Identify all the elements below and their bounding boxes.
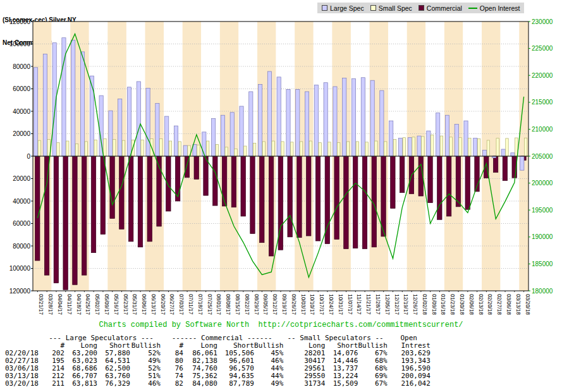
svg-text:01/23/18: 01/23/18 (449, 294, 456, 315)
row-value: 67% (358, 380, 387, 388)
svg-text:11/21/17: 11/21/17 (365, 294, 372, 315)
svg-text:12/19/17: 12/19/17 (403, 294, 409, 315)
svg-text:07/18/17: 07/18/17 (197, 294, 204, 315)
row-value: 46% (130, 380, 161, 388)
svg-text:225000: 225000 (532, 45, 553, 52)
row-value: 15,509 (325, 380, 358, 388)
svg-text:02/20/18: 02/20/18 (487, 294, 493, 315)
svg-text:09/12/17: 09/12/17 (272, 294, 278, 315)
svg-text:12/05/17: 12/05/17 (384, 294, 391, 315)
row-value: 84,080 (183, 380, 217, 388)
svg-text:11/14/17: 11/14/17 (356, 294, 362, 315)
left-axis-labels: 1200001000008000060000400002000002000040… (9, 18, 33, 295)
svg-text:09/26/17: 09/26/17 (291, 294, 297, 315)
row-value: 211 (42, 380, 64, 388)
svg-text:20000: 20000 (13, 175, 30, 182)
table-row: 03/13/1821266,70763,76051%7475,36294,635… (5, 372, 431, 380)
svg-text:40000: 40000 (13, 198, 30, 205)
svg-text:185000: 185000 (532, 260, 553, 267)
svg-text:12/12/17: 12/12/17 (394, 294, 400, 315)
svg-text:06/13/17: 06/13/17 (150, 294, 157, 315)
row-value: 63,813 (64, 380, 97, 388)
footer-note: Charts compiled by Software North http:/… (0, 321, 562, 329)
table-column-header-row: # Long Short Bullish # Long Short Bullis… (5, 342, 431, 350)
right-axis-labels: 2300002250002200002150002100002050002000… (528, 18, 553, 295)
svg-text:02/13/18: 02/13/18 (478, 294, 484, 315)
svg-text:10/31/17: 10/31/17 (338, 294, 344, 315)
svg-text:10/24/17: 10/24/17 (328, 294, 334, 315)
cot-data-table: --- Large Speculators --- ------ Commerc… (5, 334, 431, 388)
svg-text:08/15/17: 08/15/17 (235, 294, 241, 315)
cot-chart-page: (SI,comex-cec) Silver,NY Net Commitments… (0, 0, 562, 392)
table-row: 02/27/1819563,02364,53149%8082,13896,601… (5, 357, 431, 365)
table-row: 02/20/1820263,20057,88052%8486,061105,50… (5, 350, 431, 357)
svg-text:11/07/17: 11/07/17 (347, 294, 353, 315)
svg-text:12/26/17: 12/26/17 (412, 294, 418, 315)
svg-text:07/11/17: 07/11/17 (188, 294, 194, 315)
svg-text:03/21/17: 03/21/17 (38, 294, 44, 315)
svg-text:10/17/17: 10/17/17 (319, 294, 325, 315)
svg-text:06/06/17: 06/06/17 (141, 294, 147, 315)
svg-text:05/09/17: 05/09/17 (104, 294, 110, 315)
svg-text:190000: 190000 (532, 233, 553, 240)
svg-text:04/25/17: 04/25/17 (85, 294, 91, 315)
svg-text:08/08/17: 08/08/17 (225, 294, 231, 315)
row-value: 76,329 (97, 380, 130, 388)
svg-text:04/18/17: 04/18/17 (76, 294, 82, 315)
svg-text:06/27/17: 06/27/17 (169, 294, 175, 315)
table-row: 03/20/1821163,81376,32946%8284,08087,789… (5, 380, 431, 388)
cot-net-commitments-chart: 1200001000008000060000400002000002000040… (0, 0, 562, 320)
svg-text:05/02/17: 05/02/17 (94, 294, 101, 315)
svg-text:11/28/17: 11/28/17 (375, 294, 381, 315)
svg-text:180000: 180000 (532, 288, 553, 295)
svg-text:80000: 80000 (13, 63, 30, 70)
svg-text:01/09/18: 01/09/18 (431, 294, 437, 315)
svg-text:210000: 210000 (532, 126, 553, 133)
svg-text:09/05/17: 09/05/17 (262, 294, 269, 315)
svg-text:03/28/17: 03/28/17 (47, 294, 54, 315)
svg-text:03/06/18: 03/06/18 (506, 294, 512, 315)
svg-text:10/10/17: 10/10/17 (309, 294, 315, 315)
svg-text:0: 0 (27, 153, 30, 160)
svg-text:20000: 20000 (13, 130, 30, 137)
svg-text:80000: 80000 (13, 243, 30, 250)
svg-text:05/16/17: 05/16/17 (113, 294, 119, 315)
svg-text:120000: 120000 (9, 18, 31, 25)
row-date: 03/20/18 (5, 380, 42, 388)
group-header-spacer (5, 334, 42, 342)
x-axis-labels: 03/21/1703/28/1704/04/1704/11/1704/18/17… (37, 291, 530, 315)
row-value: 49% (254, 380, 283, 388)
svg-text:08/29/17: 08/29/17 (254, 294, 260, 315)
svg-text:08/01/17: 08/01/17 (216, 294, 222, 315)
svg-text:10/03/17: 10/03/17 (300, 294, 307, 315)
row-value: 31734 (283, 380, 325, 388)
table-row: 03/06/1821468,68662,50052%7674,76096,570… (5, 365, 431, 372)
svg-text:07/25/17: 07/25/17 (207, 294, 213, 315)
svg-text:220000: 220000 (532, 72, 553, 79)
svg-text:205000: 205000 (532, 153, 553, 160)
row-value: 216,042 (388, 380, 431, 388)
svg-text:100000: 100000 (9, 40, 31, 47)
svg-text:06/20/17: 06/20/17 (160, 294, 166, 315)
svg-text:100000: 100000 (9, 265, 31, 272)
svg-text:60000: 60000 (13, 220, 30, 227)
row-value: 82 (161, 380, 183, 388)
svg-text:215000: 215000 (532, 99, 553, 106)
svg-text:09/19/17: 09/19/17 (281, 294, 288, 315)
svg-text:120000: 120000 (9, 288, 31, 295)
svg-text:230000: 230000 (532, 18, 553, 25)
svg-text:60000: 60000 (13, 85, 30, 92)
svg-text:195000: 195000 (532, 207, 553, 214)
svg-text:03/13/18: 03/13/18 (515, 294, 522, 315)
svg-text:07/03/17: 07/03/17 (178, 294, 185, 315)
svg-text:03/20/18: 03/20/18 (525, 294, 531, 315)
svg-text:04/04/17: 04/04/17 (57, 294, 63, 315)
svg-text:05/23/17: 05/23/17 (123, 294, 129, 315)
row-value: 87,789 (217, 380, 254, 388)
svg-text:08/22/17: 08/22/17 (244, 294, 250, 315)
svg-text:01/30/18: 01/30/18 (459, 294, 465, 315)
svg-text:05/31/17: 05/31/17 (131, 294, 138, 315)
svg-text:02/06/18: 02/06/18 (468, 294, 475, 315)
svg-text:40000: 40000 (13, 108, 30, 115)
svg-text:02/27/18: 02/27/18 (496, 294, 503, 315)
